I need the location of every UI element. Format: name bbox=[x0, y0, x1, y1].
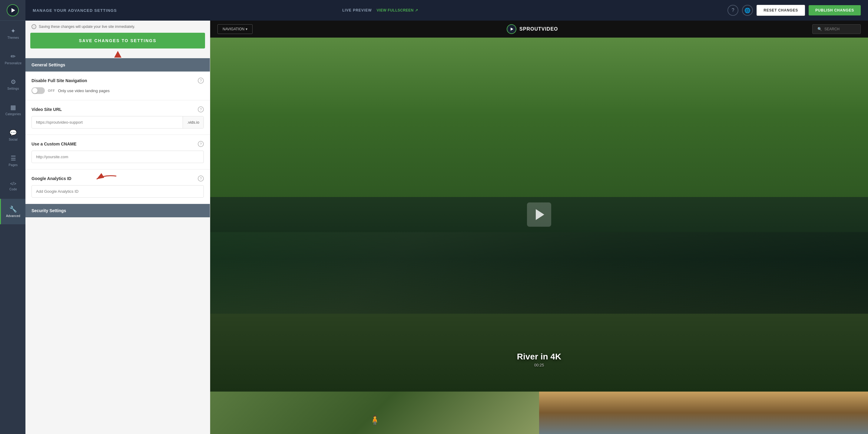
cname-help-icon[interactable]: ? bbox=[198, 141, 204, 147]
live-preview-label: LIVE PREVIEW bbox=[342, 8, 372, 12]
main-wrapper: MANAGE YOUR ADVANCED SETTINGS LIVE PREVI… bbox=[26, 0, 868, 434]
analytics-help-icon[interactable]: ? bbox=[198, 175, 204, 181]
sidebar-item-themes[interactable]: ✦ Themes bbox=[0, 21, 26, 46]
brand-name: SPROUTVIDEO bbox=[519, 26, 558, 32]
search-placeholder: SEARCH bbox=[825, 27, 840, 31]
video-play-button[interactable] bbox=[527, 202, 551, 227]
fullscreen-link[interactable]: VIEW FULLSCREEN ↗ bbox=[377, 8, 418, 12]
preview-search[interactable]: 🔍 SEARCH bbox=[812, 24, 861, 34]
video-url-input[interactable] bbox=[32, 116, 183, 128]
disable-nav-help-icon[interactable]: ? bbox=[198, 78, 204, 84]
save-settings-button[interactable]: SAVE CHANGES TO SETTINGS bbox=[30, 33, 205, 49]
preview-video-container: River in 4K 00:25 bbox=[210, 37, 868, 392]
custom-cname-group: Use a Custom CNAME ? bbox=[26, 135, 210, 169]
custom-cname-input[interactable] bbox=[31, 151, 204, 163]
analytics-label: Google Analytics ID bbox=[31, 176, 71, 181]
logo-circle bbox=[7, 4, 19, 17]
video-duration: 00:25 bbox=[210, 363, 868, 367]
thumbnail-1[interactable]: 🧍 bbox=[210, 392, 539, 434]
sidebar-item-code-label: Code bbox=[9, 187, 17, 191]
disable-nav-toggle-row: OFF Only use video landing pages bbox=[31, 87, 204, 94]
topbar-actions: ? 🌐 RESET CHANGES PUBLISH CHANGES bbox=[727, 5, 861, 16]
advanced-icon: 🔧 bbox=[9, 205, 17, 213]
categories-icon: ▦ bbox=[10, 104, 16, 111]
nav-button[interactable]: NAVIGATION ▾ bbox=[217, 24, 253, 34]
settings-icon: ⚙ bbox=[10, 78, 16, 85]
preview-panel: NAVIGATION ▾ SPROUTVIDEO 🔍 SEARCH bbox=[210, 21, 868, 434]
sidebar-item-themes-label: Themes bbox=[7, 36, 19, 39]
topbar-preview: LIVE PREVIEW VIEW FULLSCREEN ↗ bbox=[342, 8, 418, 12]
body-area: i Saving these changes will update your … bbox=[26, 21, 868, 434]
disable-nav-label: Disable Full Site Navigation bbox=[31, 78, 87, 83]
video-url-input-wrapper: .vids.io bbox=[31, 116, 204, 128]
custom-cname-label: Use a Custom CNAME bbox=[31, 142, 76, 146]
sidebar-item-personalize-label: Personalize bbox=[5, 61, 22, 65]
sidebar-item-advanced-label: Advanced bbox=[6, 214, 20, 218]
toggle-description: Only use video landing pages bbox=[58, 88, 110, 93]
brand-logo bbox=[507, 24, 516, 34]
sidebar-item-settings[interactable]: ⚙ Settings bbox=[0, 71, 26, 97]
preview-brand: SPROUTVIDEO bbox=[257, 24, 807, 34]
sidebar-item-advanced[interactable]: 🔧 Advanced bbox=[0, 199, 26, 224]
code-icon: </> bbox=[10, 181, 16, 186]
search-icon: 🔍 bbox=[817, 27, 822, 31]
personalize-icon: ✏ bbox=[10, 53, 16, 60]
sidebar-logo bbox=[0, 0, 26, 21]
disable-nav-group: Disable Full Site Navigation ? OFF Only … bbox=[26, 71, 210, 100]
sidebar-item-settings-label: Settings bbox=[7, 87, 19, 90]
topbar: MANAGE YOUR ADVANCED SETTINGS LIVE PREVI… bbox=[26, 0, 868, 21]
general-settings-header: General Settings bbox=[26, 58, 210, 71]
disable-nav-toggle[interactable] bbox=[31, 87, 45, 94]
analytics-group: Google Analytics ID ? bbox=[26, 169, 210, 204]
sidebar-item-categories-label: Categories bbox=[5, 112, 21, 116]
sidebar-item-pages-label: Pages bbox=[9, 163, 18, 167]
pages-icon: ☰ bbox=[10, 154, 16, 162]
globe-button[interactable]: 🌐 bbox=[742, 5, 753, 16]
info-icon: i bbox=[31, 24, 36, 29]
social-icon: 💬 bbox=[9, 129, 17, 136]
brand-play-icon bbox=[510, 28, 513, 31]
security-settings-header: Security Settings bbox=[26, 204, 210, 217]
reset-button[interactable]: RESET CHANGES bbox=[756, 5, 805, 16]
preview-site: NAVIGATION ▾ SPROUTVIDEO 🔍 SEARCH bbox=[210, 21, 868, 434]
toggle-knob bbox=[32, 88, 37, 93]
sidebar-item-social[interactable]: 💬 Social bbox=[0, 122, 26, 148]
preview-thumbnails: 🧍 bbox=[210, 392, 868, 434]
settings-panel: i Saving these changes will update your … bbox=[26, 21, 210, 434]
toggle-off-label: OFF bbox=[48, 89, 55, 92]
thumb-person-icon: 🧍 bbox=[369, 415, 380, 426]
topbar-title: MANAGE YOUR ADVANCED SETTINGS bbox=[33, 8, 342, 13]
sidebar-item-pages[interactable]: ☰ Pages bbox=[0, 148, 26, 173]
analytics-input[interactable] bbox=[31, 185, 204, 198]
settings-notice-text: Saving these changes will update your li… bbox=[39, 25, 135, 29]
help-button[interactable]: ? bbox=[727, 5, 738, 16]
video-url-help-icon[interactable]: ? bbox=[198, 106, 204, 112]
preview-video-bg: River in 4K 00:25 bbox=[210, 37, 868, 392]
video-url-suffix: .vids.io bbox=[183, 116, 204, 128]
settings-notice: i Saving these changes will update your … bbox=[26, 21, 210, 33]
publish-button[interactable]: PUBLISH CHANGES bbox=[809, 5, 861, 16]
thumbnail-2[interactable] bbox=[539, 392, 868, 434]
video-title-overlay: River in 4K 00:25 bbox=[210, 352, 868, 367]
video-site-url-label: Video Site URL bbox=[31, 107, 62, 112]
sidebar-item-categories[interactable]: ▦ Categories bbox=[0, 97, 26, 122]
sidebar-item-code[interactable]: </> Code bbox=[0, 173, 26, 199]
sidebar-item-personalize[interactable]: ✏ Personalize bbox=[0, 46, 26, 71]
themes-icon: ✦ bbox=[10, 27, 16, 34]
play-triangle-icon bbox=[536, 209, 544, 220]
preview-navbar: NAVIGATION ▾ SPROUTVIDEO 🔍 SEARCH bbox=[210, 21, 868, 37]
sidebar-item-social-label: Social bbox=[9, 138, 18, 141]
play-icon bbox=[11, 8, 15, 12]
sidebar: ✦ Themes ✏ Personalize ⚙ Settings ▦ Cate… bbox=[0, 0, 26, 434]
video-title: River in 4K bbox=[210, 352, 868, 361]
video-site-url-group: Video Site URL ? .vids.io bbox=[26, 100, 210, 135]
